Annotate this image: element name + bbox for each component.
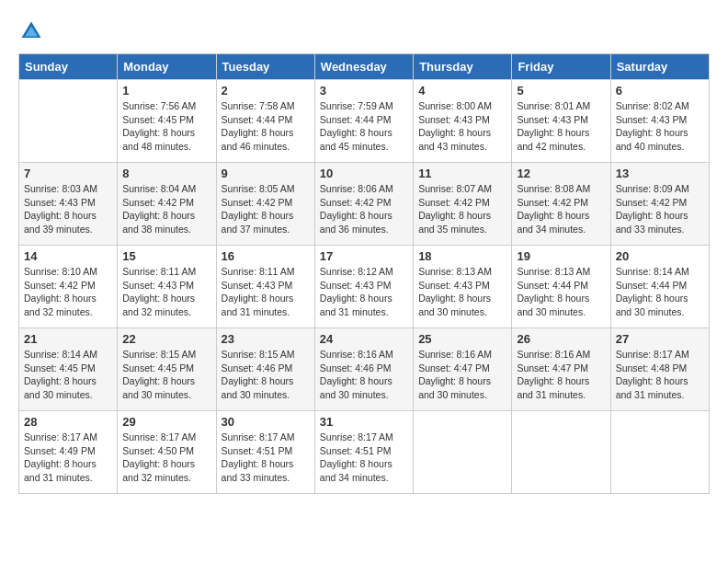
day-info: Sunrise: 8:17 AMSunset: 4:51 PMDaylight:… — [222, 431, 310, 485]
day-cell: 7Sunrise: 8:03 AMSunset: 4:43 PMDaylight… — [19, 163, 118, 246]
day-cell: 31Sunrise: 8:17 AMSunset: 4:51 PMDayligh… — [314, 411, 413, 494]
day-cell: 25Sunrise: 8:16 AMSunset: 4:47 PMDayligh… — [414, 328, 512, 411]
day-number: 25 — [418, 332, 506, 346]
day-info: Sunrise: 8:12 AMSunset: 4:43 PMDaylight:… — [320, 265, 408, 319]
week-row-2: 7Sunrise: 8:03 AMSunset: 4:43 PMDaylight… — [19, 163, 710, 246]
header-tuesday: Tuesday — [216, 54, 314, 80]
day-info: Sunrise: 8:16 AMSunset: 4:46 PMDaylight:… — [320, 348, 408, 402]
week-row-3: 14Sunrise: 8:10 AMSunset: 4:42 PMDayligh… — [19, 246, 710, 328]
day-cell: 27Sunrise: 8:17 AMSunset: 4:48 PMDayligh… — [610, 328, 709, 411]
day-info: Sunrise: 8:11 AMSunset: 4:43 PMDaylight:… — [122, 265, 210, 319]
day-number: 19 — [517, 249, 605, 263]
day-cell: 19Sunrise: 8:13 AMSunset: 4:44 PMDayligh… — [512, 246, 610, 328]
day-number: 11 — [418, 167, 506, 180]
day-number: 16 — [222, 249, 310, 263]
header-sunday: Sunday — [19, 54, 118, 80]
header-thursday: Thursday — [414, 54, 512, 80]
header-monday: Monday — [118, 54, 216, 80]
day-info: Sunrise: 8:13 AMSunset: 4:44 PMDaylight:… — [517, 265, 605, 319]
day-info: Sunrise: 7:58 AMSunset: 4:44 PMDaylight:… — [222, 99, 310, 154]
day-cell: 15Sunrise: 8:11 AMSunset: 4:43 PMDayligh… — [118, 246, 216, 328]
day-cell: 24Sunrise: 8:16 AMSunset: 4:46 PMDayligh… — [314, 328, 413, 411]
header-saturday: Saturday — [610, 54, 709, 80]
day-cell: 12Sunrise: 8:08 AMSunset: 4:42 PMDayligh… — [512, 163, 610, 246]
day-number: 8 — [122, 167, 210, 180]
day-cell: 28Sunrise: 8:17 AMSunset: 4:49 PMDayligh… — [19, 411, 118, 494]
day-number: 13 — [616, 167, 704, 180]
day-info: Sunrise: 8:01 AMSunset: 4:43 PMDaylight:… — [517, 99, 605, 154]
day-cell: 17Sunrise: 8:12 AMSunset: 4:43 PMDayligh… — [314, 246, 413, 328]
day-info: Sunrise: 8:14 AMSunset: 4:44 PMDaylight:… — [616, 265, 704, 319]
day-cell — [610, 411, 709, 494]
day-info: Sunrise: 8:11 AMSunset: 4:43 PMDaylight:… — [222, 265, 310, 319]
day-info: Sunrise: 8:17 AMSunset: 4:49 PMDaylight:… — [24, 431, 112, 485]
day-cell — [414, 411, 512, 494]
day-info: Sunrise: 7:59 AMSunset: 4:44 PMDaylight:… — [320, 99, 408, 154]
day-number: 23 — [222, 332, 310, 346]
week-row-5: 28Sunrise: 8:17 AMSunset: 4:49 PMDayligh… — [19, 411, 710, 494]
day-number: 10 — [320, 167, 408, 180]
day-number: 9 — [222, 167, 310, 180]
day-info: Sunrise: 8:00 AMSunset: 4:43 PMDaylight:… — [418, 99, 506, 154]
day-info: Sunrise: 8:15 AMSunset: 4:45 PMDaylight:… — [122, 348, 210, 402]
day-cell — [19, 80, 118, 163]
day-number: 1 — [122, 84, 210, 98]
day-number: 31 — [320, 415, 408, 429]
day-cell: 26Sunrise: 8:16 AMSunset: 4:47 PMDayligh… — [512, 328, 610, 411]
day-number: 7 — [24, 167, 112, 180]
header-wednesday: Wednesday — [314, 54, 413, 80]
day-info: Sunrise: 8:16 AMSunset: 4:47 PMDaylight:… — [418, 348, 506, 402]
day-info: Sunrise: 8:08 AMSunset: 4:42 PMDaylight:… — [517, 182, 605, 236]
day-number: 22 — [122, 332, 210, 346]
day-number: 26 — [517, 332, 605, 346]
week-row-1: 1Sunrise: 7:56 AMSunset: 4:45 PMDaylight… — [19, 80, 710, 163]
week-row-4: 21Sunrise: 8:14 AMSunset: 4:45 PMDayligh… — [19, 328, 710, 411]
day-number: 27 — [616, 332, 704, 346]
day-number: 18 — [418, 249, 506, 263]
day-info: Sunrise: 8:04 AMSunset: 4:42 PMDaylight:… — [122, 182, 210, 236]
day-cell: 2Sunrise: 7:58 AMSunset: 4:44 PMDaylight… — [216, 80, 314, 163]
day-info: Sunrise: 8:13 AMSunset: 4:43 PMDaylight:… — [418, 265, 506, 319]
header-row: SundayMondayTuesdayWednesdayThursdayFrid… — [19, 54, 710, 80]
page-header — [18, 18, 710, 44]
day-info: Sunrise: 8:15 AMSunset: 4:46 PMDaylight:… — [222, 348, 310, 402]
day-cell: 13Sunrise: 8:09 AMSunset: 4:42 PMDayligh… — [610, 163, 709, 246]
day-cell — [512, 411, 610, 494]
day-info: Sunrise: 8:07 AMSunset: 4:42 PMDaylight:… — [418, 182, 506, 236]
day-cell: 21Sunrise: 8:14 AMSunset: 4:45 PMDayligh… — [19, 328, 118, 411]
day-number: 3 — [320, 84, 408, 98]
day-info: Sunrise: 8:02 AMSunset: 4:43 PMDaylight:… — [616, 99, 704, 154]
day-cell: 9Sunrise: 8:05 AMSunset: 4:42 PMDaylight… — [216, 163, 314, 246]
logo-icon — [18, 18, 44, 44]
logo — [18, 18, 48, 44]
day-info: Sunrise: 8:17 AMSunset: 4:50 PMDaylight:… — [122, 431, 210, 485]
day-number: 6 — [616, 84, 704, 98]
day-cell: 3Sunrise: 7:59 AMSunset: 4:44 PMDaylight… — [314, 80, 413, 163]
day-cell: 23Sunrise: 8:15 AMSunset: 4:46 PMDayligh… — [216, 328, 314, 411]
day-cell: 5Sunrise: 8:01 AMSunset: 4:43 PMDaylight… — [512, 80, 610, 163]
day-cell: 18Sunrise: 8:13 AMSunset: 4:43 PMDayligh… — [414, 246, 512, 328]
day-info: Sunrise: 8:06 AMSunset: 4:42 PMDaylight:… — [320, 182, 408, 236]
day-number: 17 — [320, 249, 408, 263]
day-number: 5 — [517, 84, 605, 98]
day-number: 20 — [616, 249, 704, 263]
day-info: Sunrise: 8:03 AMSunset: 4:43 PMDaylight:… — [24, 182, 112, 236]
day-number: 15 — [122, 249, 210, 263]
day-number: 30 — [222, 415, 310, 429]
day-cell: 30Sunrise: 8:17 AMSunset: 4:51 PMDayligh… — [216, 411, 314, 494]
day-info: Sunrise: 8:14 AMSunset: 4:45 PMDaylight:… — [24, 348, 112, 402]
day-number: 4 — [418, 84, 506, 98]
day-cell: 10Sunrise: 8:06 AMSunset: 4:42 PMDayligh… — [314, 163, 413, 246]
day-number: 12 — [517, 167, 605, 180]
day-cell: 16Sunrise: 8:11 AMSunset: 4:43 PMDayligh… — [216, 246, 314, 328]
day-cell: 29Sunrise: 8:17 AMSunset: 4:50 PMDayligh… — [118, 411, 216, 494]
day-number: 29 — [122, 415, 210, 429]
day-cell: 8Sunrise: 8:04 AMSunset: 4:42 PMDaylight… — [118, 163, 216, 246]
day-cell: 22Sunrise: 8:15 AMSunset: 4:45 PMDayligh… — [118, 328, 216, 411]
day-number: 21 — [24, 332, 112, 346]
day-cell: 14Sunrise: 8:10 AMSunset: 4:42 PMDayligh… — [19, 246, 118, 328]
calendar-table: SundayMondayTuesdayWednesdayThursdayFrid… — [18, 53, 710, 494]
day-info: Sunrise: 8:09 AMSunset: 4:42 PMDaylight:… — [616, 182, 704, 236]
header-friday: Friday — [512, 54, 610, 80]
day-cell: 1Sunrise: 7:56 AMSunset: 4:45 PMDaylight… — [118, 80, 216, 163]
